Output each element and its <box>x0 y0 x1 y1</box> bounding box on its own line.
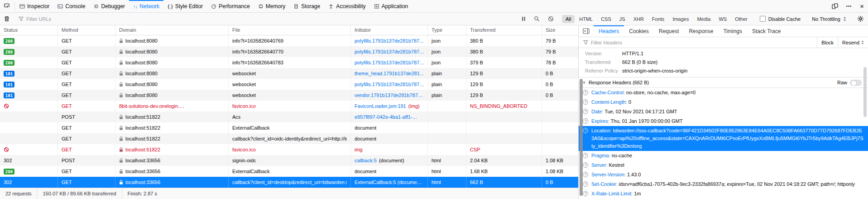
tool-tab-network[interactable]: ↑↓Network <box>129 0 163 12</box>
header-row-expires[interactable]: ?Expires: Thu, 01 Jan 1970 00:00:00 GMT <box>579 116 868 126</box>
type-filter-fonts[interactable]: Fonts <box>648 15 668 23</box>
column-header-initiator[interactable]: Initiator <box>351 25 428 35</box>
help-icon[interactable]: ? <box>583 118 588 124</box>
type-cell <box>428 101 466 112</box>
tool-tab-inspector[interactable]: Inspector <box>15 0 53 12</box>
tool-tab-memory[interactable]: Memory <box>254 0 289 12</box>
tool-tab-debugger[interactable]: Debugger <box>89 0 129 12</box>
column-header-type[interactable]: Type <box>428 25 466 35</box>
initiator-link[interactable]: polyfills.1791b137de281b787… <box>355 38 424 44</box>
column-header-file[interactable]: File <box>229 25 351 35</box>
help-icon[interactable]: ? <box>583 109 588 114</box>
details-tab-request[interactable]: Request <box>654 25 684 37</box>
header-row-set-cookie[interactable]: ?Set-Cookie: idsrv=adf6cba1-7075-402b-9e… <box>579 180 868 189</box>
responsive-design-mode-button[interactable] <box>828 0 842 12</box>
details-tab-timings[interactable]: Timings <box>718 25 747 37</box>
url-filter-input[interactable]: Filter URLs <box>15 13 518 25</box>
initiator-link[interactable]: callback:5 <box>355 158 377 163</box>
initiator-link[interactable]: theme_head.1791b137de281… <box>355 71 424 76</box>
type-filter-js[interactable]: JS <box>616 15 629 23</box>
header-row-server-version[interactable]: ?Server-Version: 1.43.0 <box>579 170 868 180</box>
request-row[interactable]: 200GETlocalhost:8080info?t=1635826640770… <box>0 46 578 57</box>
raw-toggle[interactable] <box>850 80 862 86</box>
details-right-scrollbar-thumb[interactable] <box>863 67 867 117</box>
request-blocking-button[interactable] <box>544 16 558 22</box>
column-header-transferred[interactable]: Transferred <box>466 25 542 35</box>
details-scrollbar-thumb[interactable] <box>580 79 583 196</box>
updown-caret-icon <box>843 17 846 21</box>
split-console-toggle-button[interactable] <box>579 25 594 37</box>
column-header-status[interactable]: Status <box>0 25 58 35</box>
header-row-cache-control[interactable]: ?Cache-Control: no-store, no-cache, max-… <box>579 88 868 97</box>
method-cell: GET <box>58 101 115 112</box>
type-filter-images[interactable]: Images <box>669 15 692 23</box>
help-icon[interactable]: ? <box>583 172 588 177</box>
initiator-link[interactable]: e957f897-042e-4ba1-aff1-… <box>355 114 417 120</box>
request-row[interactable]: 101GETlocalhost:8080websockettheme_head.… <box>0 68 578 79</box>
meatball-menu-button[interactable]: ••• <box>842 0 856 12</box>
headers-filter-input[interactable]: Filter Headers <box>579 37 817 48</box>
header-row-date[interactable]: ?Date: Tue, 02 Nov 2021 04:17:21 GMT <box>579 107 868 116</box>
tool-tab-style-editor[interactable]: { }Style Editor <box>163 0 207 12</box>
disable-cache-checkbox[interactable]: Disable Cache <box>755 16 806 22</box>
column-header-domain[interactable]: Domain <box>115 25 229 35</box>
request-row[interactable]: GET8bit-solutions-dev.onelogin.…favicon.… <box>0 101 578 112</box>
initiator-link[interactable]: polyfills.1791b137de281b787… <box>355 82 424 87</box>
initiator-link[interactable]: polyfills.1791b137de281b787… <box>355 60 424 65</box>
throttling-dropdown[interactable]: No Throttling <box>806 16 852 22</box>
request-row[interactable]: 302GETlocalhost:33656callback?client_id=… <box>0 177 578 188</box>
tool-tab-application[interactable]: Application <box>370 0 412 12</box>
type-filter-html[interactable]: HTML <box>575 15 596 23</box>
help-icon[interactable]: ? <box>583 128 588 133</box>
resend-button[interactable]: Resend <box>838 37 868 48</box>
request-row[interactable]: 200GETlocalhost:8080info?t=1635826640783… <box>0 57 578 68</box>
help-icon[interactable]: ? <box>583 153 588 158</box>
block-url-button[interactable]: Block <box>817 37 838 48</box>
help-icon[interactable]: ? <box>583 162 588 168</box>
help-icon[interactable]: ? <box>583 90 588 95</box>
tool-tab-storage[interactable]: Storage <box>289 0 324 12</box>
header-row-x-rate-limit-limit[interactable]: ?X-Rate-Limit-Limit: 1m <box>579 189 868 199</box>
request-row[interactable]: GETlocalhost:51822callback?client_id=oid… <box>0 133 578 144</box>
details-tab-stack-trace[interactable]: Stack Trace <box>747 25 786 37</box>
type-filter-ws[interactable]: WS <box>715 15 730 23</box>
header-row-location[interactable]: ?Location: bitwarden://sso-callback?code… <box>579 126 868 151</box>
tool-tab-performance[interactable]: Performance <box>207 0 254 12</box>
request-row[interactable]: 101GETlocalhost:8080websocketpolyfills.1… <box>0 79 578 90</box>
request-row[interactable]: 200GETlocalhost:8080info?t=1635826640769… <box>0 35 578 46</box>
request-row[interactable]: 200GETlocalhost:33656ExternalCallbackdoc… <box>0 166 578 177</box>
type-filter-other[interactable]: Other <box>731 15 751 23</box>
help-icon[interactable]: ? <box>583 191 588 196</box>
clear-requests-button[interactable] <box>0 16 14 22</box>
type-filter-media[interactable]: Media <box>693 15 714 23</box>
request-row[interactable]: 302POSTlocalhost:33656signin-oidccallbac… <box>0 155 578 166</box>
tool-tab-accessibility[interactable]: Accessibility <box>324 0 369 12</box>
request-row[interactable]: 101GETlocalhost:8080websocketvendor.1791… <box>0 90 578 101</box>
initiator-link[interactable]: vendor.1791b137de281b787… <box>355 92 423 98</box>
help-icon[interactable]: ? <box>583 181 588 187</box>
type-filter-all[interactable]: All <box>562 15 575 23</box>
tool-tab-console[interactable]: Console <box>53 0 89 12</box>
header-row-content-length[interactable]: ?Content-Length: 0 <box>579 97 868 107</box>
pause-traffic-button[interactable] <box>518 16 530 21</box>
help-icon[interactable]: ? <box>583 99 588 105</box>
details-tab-cookies[interactable]: Cookies <box>624 25 653 37</box>
network-settings-button[interactable] <box>853 15 868 22</box>
response-headers-section-header[interactable]: ▼ Response Headers (662 B) Raw <box>579 77 868 88</box>
request-row[interactable]: POSTlocalhost:51822Acse957f897-042e-4ba1… <box>0 112 578 122</box>
column-header-size[interactable]: Size <box>542 25 578 35</box>
details-tab-headers[interactable]: Headers <box>594 25 624 37</box>
node-picker-button[interactable] <box>0 0 14 12</box>
initiator-link[interactable]: FaviconLoader.jsm:191 <box>355 103 406 109</box>
header-row-server[interactable]: ?Server: Kestrel <box>579 160 868 170</box>
request-row[interactable]: GETlocalhost:51822favicon.icoimgCSP <box>0 144 578 155</box>
details-tab-response[interactable]: Response <box>684 25 718 37</box>
type-filter-css[interactable]: CSS <box>597 15 615 23</box>
type-filter-xhr[interactable]: XHR <box>630 15 647 23</box>
request-row[interactable]: GETlocalhost:51822ExternalCallbackdocume… <box>0 122 578 133</box>
close-devtools-button[interactable]: × <box>856 0 868 12</box>
initiator-link[interactable]: polyfills.1791b137de281b787… <box>355 49 424 54</box>
column-header-method[interactable]: Method <box>58 25 115 35</box>
header-row-pragma[interactable]: ?Pragma: no-cache <box>579 151 868 160</box>
search-button[interactable] <box>530 16 544 22</box>
